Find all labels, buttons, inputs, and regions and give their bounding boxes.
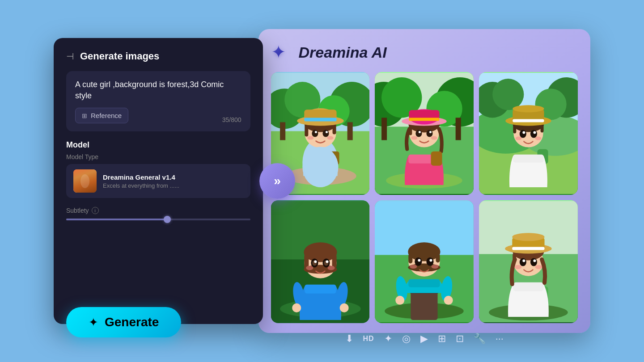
svg-rect-61: [513, 155, 543, 163]
svg-point-151: [530, 258, 537, 266]
svg-rect-7: [347, 122, 352, 140]
svg-point-24: [307, 136, 314, 140]
grid-item-5[interactable]: [375, 200, 474, 323]
right-panel: ✦ Dreamina AI: [258, 29, 590, 333]
panel-title: Generate images: [80, 51, 159, 62]
svg-rect-33: [381, 118, 387, 140]
svg-point-48: [429, 131, 432, 133]
svg-rect-34: [456, 118, 461, 140]
svg-point-129: [430, 259, 432, 262]
char-count: 35/800: [222, 116, 242, 123]
grid-item-3[interactable]: [479, 72, 578, 195]
reference-icon: ⊞: [82, 112, 87, 119]
grid-item-6[interactable]: [479, 200, 578, 323]
subtlety-slider[interactable]: [66, 219, 250, 220]
svg-point-150: [520, 258, 526, 266]
svg-point-131: [432, 265, 439, 269]
next-arrow-button[interactable]: »: [259, 163, 295, 199]
subtlety-section: Subtlety i: [66, 207, 250, 220]
play-button[interactable]: ▶: [420, 333, 428, 345]
prompt-text: A cute girl ,background is forest,3d Com…: [75, 79, 242, 101]
model-desc: Excels at everything from ......: [103, 182, 243, 189]
svg-point-102: [314, 261, 317, 263]
svg-point-49: [411, 136, 418, 140]
svg-rect-113: [411, 291, 438, 320]
svg-point-22: [314, 131, 317, 133]
svg-point-47: [419, 131, 421, 133]
hd-button[interactable]: HD: [363, 335, 374, 343]
svg-rect-65: [513, 123, 516, 133]
svg-point-46: [427, 130, 433, 137]
svg-rect-87: [305, 285, 336, 294]
enhance-button[interactable]: ✦: [384, 333, 392, 345]
svg-rect-51: [431, 152, 442, 166]
svg-point-57: [492, 79, 524, 110]
grid-item-2[interactable]: [375, 72, 474, 195]
svg-rect-14: [305, 123, 308, 136]
image-grid: [271, 72, 578, 323]
svg-rect-149: [512, 247, 544, 250]
svg-point-20: [312, 130, 318, 137]
svg-point-76: [535, 137, 542, 140]
download-button[interactable]: ⬇: [345, 333, 353, 345]
svg-point-50: [431, 136, 437, 140]
svg-rect-124: [436, 253, 440, 262]
svg-point-73: [523, 131, 525, 134]
model-card[interactable]: Dreamina General v1.4 Excels at everythi…: [66, 164, 250, 198]
svg-point-119: [444, 296, 453, 305]
prompt-footer: ⊞ Reference 35/800: [75, 108, 242, 123]
more-button[interactable]: ···: [496, 333, 504, 345]
model-label: Model: [66, 140, 250, 150]
svg-point-72: [530, 130, 537, 138]
reference-label: Reference: [91, 112, 122, 119]
slider-fill: [66, 219, 167, 220]
crop-button[interactable]: ⊞: [438, 333, 446, 345]
grid-item-4[interactable]: [271, 200, 370, 323]
svg-rect-44: [409, 118, 440, 121]
model-info: Dreamina General v1.4 Excels at everythi…: [103, 173, 243, 189]
svg-point-126: [415, 257, 422, 266]
reference-button[interactable]: ⊞ Reference: [75, 108, 128, 123]
generate-button[interactable]: ✦ Generate: [66, 307, 181, 337]
svg-point-153: [534, 260, 536, 262]
generate-star-icon: ✦: [89, 316, 98, 329]
svg-point-127: [427, 257, 434, 266]
fix-button[interactable]: 🔧: [474, 333, 486, 345]
svg-point-69: [513, 105, 544, 112]
svg-point-45: [416, 130, 422, 137]
svg-rect-115: [409, 279, 440, 287]
svg-point-152: [523, 260, 525, 262]
svg-point-74: [534, 131, 536, 134]
subtlety-label: Subtlety i: [66, 207, 250, 214]
svg-rect-19: [304, 118, 336, 121]
dreamina-logo: ✦: [271, 42, 292, 63]
info-icon[interactable]: i: [92, 207, 99, 214]
erase-button[interactable]: ◎: [402, 333, 411, 345]
svg-point-94: [304, 242, 337, 262]
svg-point-130: [410, 265, 417, 269]
generate-label: Generate: [105, 315, 159, 329]
svg-rect-70: [513, 119, 544, 122]
resize-button[interactable]: ⊡: [456, 333, 464, 345]
model-section: Model Model Type Dreamina General v1.4 E…: [66, 140, 250, 198]
logo-star-icon: ✦: [271, 42, 286, 62]
svg-point-122: [408, 242, 441, 261]
panel-header: ⊣ Generate images: [66, 51, 250, 62]
svg-rect-6: [280, 122, 285, 140]
svg-point-25: [327, 136, 333, 140]
svg-point-91: [339, 303, 348, 312]
sidebar-toggle-icon[interactable]: ⊣: [66, 51, 74, 62]
right-header: ✦ Dreamina AI: [271, 42, 578, 65]
svg-point-105: [327, 266, 335, 270]
main-container: ⊣ Generate images A cute girl ,backgroun…: [54, 25, 590, 337]
model-thumbnail: [73, 169, 97, 193]
svg-rect-123: [409, 253, 413, 263]
svg-point-90: [292, 303, 301, 312]
svg-point-103: [326, 261, 328, 263]
svg-point-75: [515, 137, 521, 140]
arrow-icon: »: [274, 174, 281, 188]
svg-point-154: [514, 265, 521, 269]
svg-point-155: [535, 265, 542, 269]
prompt-box[interactable]: A cute girl ,background is forest,3d Com…: [66, 71, 250, 131]
left-panel: ⊣ Generate images A cute girl ,backgroun…: [54, 38, 263, 324]
